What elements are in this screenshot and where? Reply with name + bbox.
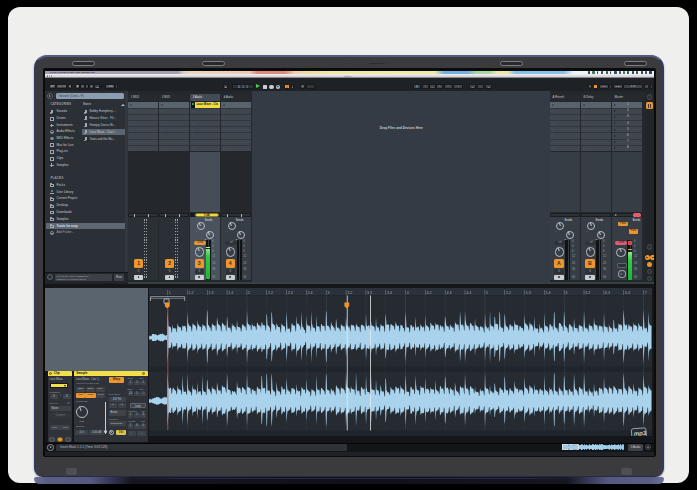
svg-text:5.3: 5.3 (525, 291, 530, 295)
svg-text:5.2: 5.2 (505, 291, 510, 295)
svg-text:1.4: 1.4 (228, 291, 233, 295)
svg-text:4: 4 (406, 291, 408, 295)
svg-text:4.3: 4.3 (446, 291, 451, 295)
svg-text:3.4: 3.4 (386, 291, 391, 295)
svg-text:2.2: 2.2 (267, 291, 272, 295)
svg-text:7: 7 (644, 291, 646, 295)
svg-text:2.4: 2.4 (307, 291, 312, 295)
svg-text:1.2: 1.2 (188, 291, 193, 295)
svg-text:6.4: 6.4 (624, 291, 629, 295)
svg-text:6.2: 6.2 (585, 291, 590, 295)
svg-text:5.4: 5.4 (545, 291, 550, 295)
svg-text:1.3: 1.3 (208, 291, 213, 295)
svg-text:2.3: 2.3 (287, 291, 292, 295)
svg-text:5: 5 (486, 291, 488, 295)
svg-text:1: 1 (168, 291, 170, 295)
svg-text:mp3: mp3 (633, 430, 646, 436)
svg-text:2: 2 (248, 291, 250, 295)
svg-text:3: 3 (327, 291, 329, 295)
svg-text:3.2: 3.2 (347, 291, 352, 295)
svg-text:3.3: 3.3 (367, 291, 372, 295)
svg-text:4.4: 4.4 (466, 291, 471, 295)
svg-text:6.3: 6.3 (605, 291, 610, 295)
svg-text:6: 6 (565, 291, 567, 295)
svg-text:4.2: 4.2 (426, 291, 431, 295)
